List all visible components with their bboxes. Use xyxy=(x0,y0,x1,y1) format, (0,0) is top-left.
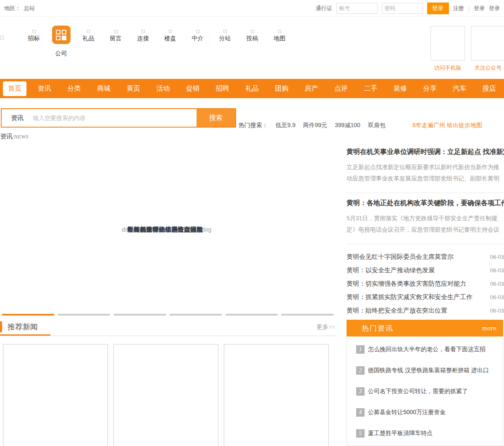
search-button[interactable]: 搜索 xyxy=(197,109,235,127)
passport-label: 通行证 xyxy=(316,5,332,12)
hot-more-link[interactable]: more xyxy=(482,325,496,331)
hot-keyword-link[interactable]: 两件99元 xyxy=(303,122,327,129)
nav-item-label: 资讯 xyxy=(33,81,56,96)
account-input[interactable] xyxy=(336,3,378,14)
nav-item[interactable]: 分类 xyxy=(59,81,89,96)
news-list-item[interactable]: 黄明：抓紧抓实防灾减灾救灾和安全生产工作 06-03 xyxy=(346,290,504,304)
carousel-page-bar[interactable] xyxy=(226,314,278,316)
featured-news-item: 黄明：各地正处在机构改革关键阶段，要确保各项工作有 5月31日，贯彻落实《地方党… xyxy=(346,193,504,244)
login-area: 通行证 登录 注册 | 登录 登录 xyxy=(316,3,500,14)
nav-item-label: 首页 xyxy=(3,81,26,96)
nav-item[interactable]: 黄页 xyxy=(118,81,148,96)
hot-keyword-link[interactable]: 双肩包 xyxy=(368,122,386,129)
nav-item[interactable]: 活动 xyxy=(148,81,178,96)
featured-news-title[interactable]: 黄明：各地正处在机构改革关键阶段，要确保各项工作有 xyxy=(346,199,504,208)
shortcut-item[interactable]: 留言 xyxy=(102,23,129,65)
carousel-page-bar[interactable] xyxy=(114,314,166,316)
nav-item[interactable]: 促销 xyxy=(178,81,208,96)
news-list-item[interactable]: 黄明：切实增强各类事故灾害防范应对能力 06-03 xyxy=(346,277,504,290)
login-link-1[interactable]: 登录 xyxy=(474,5,485,12)
chevron-right-icon: >> xyxy=(328,323,335,330)
search-input[interactable] xyxy=(32,109,197,127)
recommended-image-placeholder[interactable] xyxy=(113,344,218,446)
hot-keyword-link[interactable]: 399减100 xyxy=(335,122,360,129)
shortcut-item[interactable]: 投稿 xyxy=(239,23,266,65)
hot-item-title: 公募基金转让5000万注册资金 xyxy=(368,409,446,416)
news-date: 06-03 xyxy=(490,254,504,260)
carousel-page-bar[interactable] xyxy=(281,314,333,316)
nav-item[interactable]: 商城 xyxy=(89,81,119,96)
shortcut-label: 礼品 xyxy=(75,35,102,42)
shortcut-item[interactable]: 中介 xyxy=(184,23,211,65)
news-list-item[interactable]: 黄明：以安全生产推动绿色发展 06-03 xyxy=(346,263,504,277)
nav-item[interactable]: 招聘 xyxy=(207,81,237,96)
nav-item[interactable]: 分享 xyxy=(415,81,445,96)
nav-item-label: 汽车 xyxy=(448,81,471,96)
carousel-page-bar[interactable] xyxy=(2,314,54,316)
shortcut-item[interactable]: 礼品 xyxy=(75,23,102,65)
nav-item[interactable]: 点评 xyxy=(326,81,356,96)
news-date: 06-03 xyxy=(490,281,504,287)
nav-item[interactable]: 团购 xyxy=(267,81,297,96)
shortcut-item[interactable]: 连接 xyxy=(129,23,157,65)
shortcut-item[interactable]: 招标 xyxy=(20,23,47,65)
rank-badge: 3 xyxy=(356,387,365,396)
shortcut-label: 分站 xyxy=(211,35,239,42)
nav-item-label: 活动 xyxy=(151,81,175,96)
nav-item-label: 装修 xyxy=(388,81,412,96)
search-category-select[interactable]: 资讯 xyxy=(2,109,32,127)
recommended-title: 推荐新闻 xyxy=(8,322,38,332)
nav-item-label: 点评 xyxy=(329,81,353,96)
hot-item-title: 厦工楚胜平板清障车特点 xyxy=(368,430,433,437)
recommended-underline xyxy=(0,336,336,336)
shortcut-label: 中介 xyxy=(184,35,211,42)
hot-list-item[interactable]: 3 公司名下投资公司转让，需要的抓紧了 xyxy=(347,381,503,402)
hot-list-item[interactable]: 5 厦工楚胜平板清障车特点 xyxy=(347,423,503,444)
hot-keyword-link[interactable]: 低至9.9 xyxy=(276,122,295,129)
news-list-item[interactable]: 黄明：始终把安全生产放在突出位置 06-03 xyxy=(346,304,504,317)
hot-list: 1 怎么挽回出轨大半年的老公，看看下面这五招 2 德国铁路专线 汉堡铁路集装箱整… xyxy=(347,339,503,444)
shortcut-nav: 招标 公司 礼品 xyxy=(20,23,293,65)
region-selector: 地区： 总站 xyxy=(4,5,35,12)
login-link-2[interactable]: 登录 xyxy=(489,5,500,12)
nav-item-label: 商城 xyxy=(92,81,116,96)
carousel-page-bar[interactable] xyxy=(170,314,222,316)
nav-item[interactable]: 房产 xyxy=(297,81,326,96)
hot-list-item[interactable]: 4 公募基金转让5000万注册资金 xyxy=(347,402,503,423)
shortcut-item[interactable]: 地图 xyxy=(266,23,293,65)
nav-item-label: 礼品 xyxy=(240,81,264,96)
carousel-page-bar[interactable] xyxy=(58,314,110,316)
login-button[interactable]: 登录 xyxy=(427,3,449,14)
nav-item[interactable]: 礼品 xyxy=(237,81,267,96)
news-list-item[interactable]: 黄明会见红十字国际委员会主席莫雷尔 06-03 xyxy=(346,250,504,263)
carousel-pager xyxy=(2,314,333,316)
recommended-more-link[interactable]: 更多>> xyxy=(317,323,335,331)
password-input[interactable] xyxy=(382,3,423,14)
section-title-en: /NEWS xyxy=(13,133,29,140)
promo-link[interactable]: 6年走遍广州 绘出徒步地图 xyxy=(412,122,482,129)
hot-panel-title: 热门资讯 xyxy=(362,323,394,333)
nav-item[interactable]: 装修 xyxy=(386,81,415,96)
register-link[interactable]: 注册 xyxy=(453,5,464,12)
shortcut-item[interactable]: 分站 xyxy=(211,23,239,65)
nav-item[interactable]: 首页 xyxy=(0,81,30,96)
nav-item[interactable]: 资讯 xyxy=(30,81,60,96)
nav-item[interactable]: 搜店 xyxy=(475,81,504,96)
recommended-image-placeholder[interactable] xyxy=(3,344,108,446)
featured-news-title[interactable]: 黄明在机关事业单位调研时强调：立足新起点 找准新定 xyxy=(346,148,504,156)
hot-list-item[interactable]: 2 德国铁路专线 汉堡铁路集装箱整柜拼箱 进出口 xyxy=(347,360,503,381)
shortcut-item[interactable]: 楼盘 xyxy=(157,23,184,65)
nav-item[interactable]: 汽车 xyxy=(445,81,475,96)
shortcut-label: 连接 xyxy=(129,35,157,42)
recommended-image-placeholder[interactable] xyxy=(224,344,329,446)
nav-item-label: 招聘 xyxy=(210,81,234,96)
shortcut-label: 地图 xyxy=(266,35,293,42)
nav-item[interactable]: 二手 xyxy=(356,81,386,96)
hot-list-item[interactable]: 1 怎么挽回出轨大半年的老公，看看下面这五招 xyxy=(347,339,503,360)
section-title-cn: 资讯 xyxy=(0,133,13,140)
region-site-link[interactable]: 总站 xyxy=(24,5,35,12)
broken-image-icon xyxy=(251,30,254,33)
company-grid-icon xyxy=(52,26,71,44)
shortcut-item[interactable]: 公司 xyxy=(47,23,75,65)
shortcut-label: 公司 xyxy=(47,50,75,57)
